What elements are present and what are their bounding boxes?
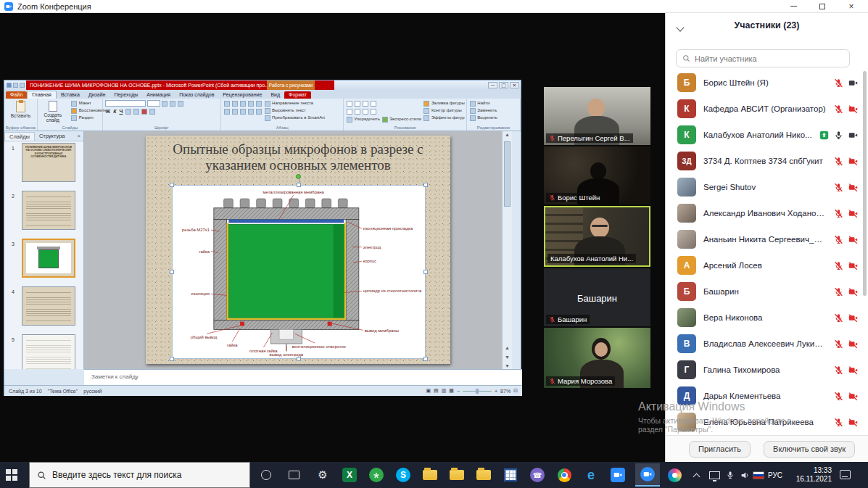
video-tile-morozova[interactable]: Мария Морозова <box>544 328 650 388</box>
video-app-icon[interactable] <box>609 466 627 484</box>
display-tray-icon[interactable] <box>706 466 723 484</box>
mic-muted-icon[interactable] <box>834 209 843 218</box>
mic-muted-icon[interactable] <box>834 287 843 297</box>
convert-smartart-button[interactable]: Преобразовать в SmartArt <box>264 115 325 121</box>
task-view-icon[interactable] <box>285 466 302 484</box>
unmute-button[interactable]: Включить свой звук <box>764 441 855 458</box>
mic-muted-icon[interactable] <box>834 235 843 244</box>
video-tile-kalabukhov-active[interactable]: Калабухов Анатолий Ни... <box>544 206 650 267</box>
bullets-button[interactable] <box>224 101 230 107</box>
mic-muted-icon[interactable] <box>834 339 843 349</box>
camera-on-icon[interactable] <box>848 78 858 88</box>
participants-scrollbar[interactable] <box>863 71 867 296</box>
participant-row[interactable]: Г Галина Тихомирова <box>666 357 868 383</box>
zoom-taskbar-icon-active[interactable] <box>635 463 660 487</box>
numbering-button[interactable] <box>232 101 238 107</box>
video-tile-basharin[interactable]: Башарин Башарин <box>544 268 650 326</box>
scrollbar-thumb[interactable] <box>504 141 511 207</box>
scroll-down-icon[interactable]: ▼ <box>503 363 512 368</box>
green-app-icon[interactable]: * <box>368 466 385 484</box>
taskbar-search-input[interactable] <box>52 470 242 480</box>
participant-row[interactable]: ЗД 3734 Д. Коптяев 3734 спбГукит <box>666 148 868 174</box>
shape-rect-button[interactable] <box>347 101 352 107</box>
participant-row[interactable]: Вера Никонова <box>666 305 868 331</box>
tab-slideshow[interactable]: Показ слайдов <box>175 91 218 99</box>
align-text-button[interactable]: Выровнять текст <box>264 107 325 114</box>
video-tile-perelygin[interactable]: Перелыгин Сергей В... <box>544 87 650 145</box>
settings-gear-icon[interactable]: ⚙ <box>314 466 331 484</box>
text-direction-button[interactable]: Направление текста <box>264 100 325 107</box>
shape-line-button[interactable] <box>371 101 376 107</box>
zoom-out-icon[interactable]: − <box>457 389 460 394</box>
shape-fill-button[interactable]: Заливка фигуры <box>423 100 465 107</box>
fit-to-window-icon[interactable]: ⊡ <box>513 388 518 394</box>
participant-row[interactable]: Д Дарья Клементьева <box>666 383 868 409</box>
mic-muted-icon[interactable] <box>834 78 843 88</box>
change-case-button[interactable] <box>149 109 155 115</box>
tab-home[interactable]: Главная <box>27 91 57 99</box>
selection-handle[interactable] <box>423 183 428 187</box>
participant-row[interactable]: К Кафедра АВСИТ (Организатор) <box>666 96 868 122</box>
camera-off-icon[interactable] <box>848 365 858 375</box>
layout-button[interactable]: Макет <box>71 100 107 107</box>
new-slide-button[interactable]: Создать слайд <box>40 100 66 124</box>
tab-insert[interactable]: Вставка <box>57 91 84 99</box>
find-button[interactable]: Найти <box>469 100 518 107</box>
participant-search[interactable] <box>676 49 850 67</box>
shape-more-button[interactable] <box>371 109 376 115</box>
folder-icon[interactable] <box>448 466 466 484</box>
arrange-button[interactable]: Упорядочить <box>354 116 380 123</box>
section-button[interactable]: Раздел <box>71 115 107 121</box>
quick-styles-button[interactable]: Экспресс-стили <box>389 116 421 123</box>
notification-center-icon[interactable] <box>840 470 851 479</box>
mic-muted-icon[interactable] <box>834 261 843 270</box>
tab-design[interactable]: Дизайн <box>84 91 110 99</box>
strikethrough-button[interactable] <box>133 109 139 115</box>
align-center-button[interactable] <box>232 109 238 115</box>
tab-view[interactable]: Вид <box>266 91 284 99</box>
camera-off-icon[interactable] <box>848 104 858 114</box>
screen-share-icon[interactable] <box>819 131 829 140</box>
edge-icon[interactable]: e <box>582 466 600 484</box>
participant-row[interactable]: Александр Иванович Ходанов... <box>666 200 868 226</box>
shape-arrow-button[interactable] <box>363 101 368 107</box>
align-right-button[interactable] <box>240 109 246 115</box>
selection-handle[interactable] <box>423 270 428 274</box>
shadow-button[interactable] <box>125 109 131 115</box>
minimize-button[interactable] <box>788 2 798 11</box>
camera-off-icon[interactable] <box>848 287 858 297</box>
camera-off-icon[interactable] <box>848 157 858 166</box>
slide[interactable]: Опытные образцы микрофонов в разрезе с у… <box>146 136 450 364</box>
camera-off-icon[interactable] <box>848 209 858 218</box>
view-slideshow-icon[interactable]: ▦ <box>449 388 454 394</box>
mic-muted-icon[interactable] <box>834 157 843 166</box>
ppt-close-button[interactable]: ✕ <box>510 82 519 88</box>
shape-outline-button[interactable]: Контур фигуры <box>423 107 465 114</box>
tab-animations[interactable]: Анимация <box>142 91 175 99</box>
language-indicator[interactable]: русский <box>83 389 102 394</box>
participant-row[interactable]: В Владислав Алексеевич Лукинов <box>666 331 868 357</box>
vertical-scrollbar[interactable]: ▲ ▲ ▼ ▼ <box>502 131 512 369</box>
shape-tri-button[interactable] <box>347 109 352 115</box>
folder-icon[interactable] <box>475 466 492 484</box>
slide-title[interactable]: Опытные образцы микрофонов в разрезе с у… <box>159 141 437 173</box>
selection-handle[interactable] <box>297 357 301 361</box>
skype-icon[interactable]: S <box>394 466 412 484</box>
shape-star-button[interactable] <box>355 109 360 115</box>
start-button[interactable] <box>6 469 17 481</box>
line-spacing-button[interactable] <box>256 101 262 107</box>
view-reading-icon[interactable]: ▥ <box>442 388 447 394</box>
slides-tab[interactable]: Слайды <box>4 132 35 141</box>
mic-muted-icon[interactable] <box>834 418 843 427</box>
microphone-diagram-image[interactable]: металлизированная мембрана резьба М27х1 … <box>172 185 426 359</box>
justify-button[interactable] <box>248 109 254 115</box>
mic-muted-icon[interactable] <box>834 183 843 192</box>
bold-button[interactable]: Ж <box>105 108 111 115</box>
grow-font-button[interactable] <box>162 101 168 107</box>
tab-transitions[interactable]: Переходы <box>109 91 142 99</box>
font-size-select[interactable] <box>147 100 160 107</box>
mic-muted-icon[interactable] <box>834 313 843 323</box>
participant-row[interactable]: Ананьин Никита Сергеевич_СП... <box>666 226 868 252</box>
paste-button[interactable]: Вставить <box>7 100 35 118</box>
language-flag-icon[interactable] <box>753 471 764 479</box>
